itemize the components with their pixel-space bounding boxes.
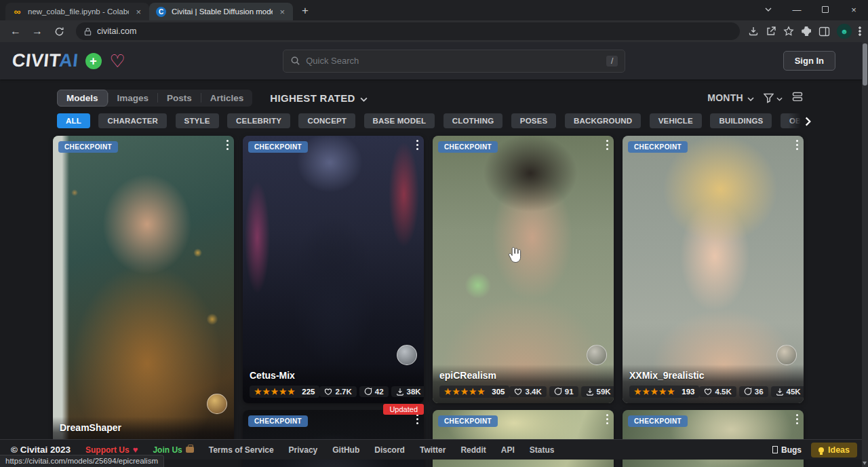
category-pill-character[interactable]: CHARACTER	[98, 113, 167, 128]
extensions-puzzle-icon[interactable]	[801, 26, 812, 37]
layout-toggle-button[interactable]	[792, 92, 803, 105]
browser-tab-colab[interactable]: ∞ new_colab_file.ipynb - Colaborat ×	[5, 3, 149, 20]
category-pill-all[interactable]: ALL	[57, 113, 90, 128]
bugs-button[interactable]: Bugs	[772, 445, 802, 455]
status-bar-url: https://civitai.com/models/25694/epicrea…	[0, 455, 164, 467]
tab-search-icon[interactable]	[754, 0, 783, 19]
close-window-button[interactable]: ×	[840, 0, 868, 19]
card-menu-icon[interactable]	[416, 414, 418, 424]
sign-in-button[interactable]: Sign In	[783, 51, 835, 71]
footer-link-reddit[interactable]: Reddit	[460, 445, 486, 455]
tab-articles[interactable]: Articles	[201, 90, 253, 106]
heart-icon: ♥	[133, 445, 138, 455]
card-menu-icon[interactable]	[606, 414, 608, 424]
create-plus-button[interactable]: +	[85, 53, 102, 69]
footer-link-github[interactable]: GitHub	[332, 445, 359, 455]
footer-link-privacy[interactable]: Privacy	[289, 445, 318, 455]
tab-close-icon[interactable]: ×	[134, 7, 142, 17]
footer-link-status[interactable]: Status	[530, 445, 555, 455]
address-bar[interactable]: civitai.com	[76, 22, 740, 40]
category-pill-style[interactable]: STYLE	[176, 113, 219, 128]
card-menu-icon[interactable]	[226, 140, 229, 150]
downloads-count: 38K	[407, 388, 421, 396]
restore-button[interactable]	[811, 0, 840, 19]
rating-chip: ★★★★★305	[439, 386, 509, 398]
likes-count: 4.5K	[715, 388, 731, 396]
category-pill-background[interactable]: BACKGROUND	[565, 113, 641, 128]
download-icon[interactable]	[748, 26, 759, 37]
tab-models[interactable]: Models	[57, 90, 108, 107]
reload-button[interactable]	[50, 22, 68, 40]
profile-avatar[interactable]: ☻	[837, 24, 852, 39]
downloads-chip: 45K	[771, 386, 804, 397]
category-pill-celebrity[interactable]: CELEBRITY	[227, 113, 290, 128]
scrollbar-down-arrow[interactable]	[863, 462, 867, 465]
period-label: MONTH	[707, 92, 743, 103]
model-stats: ★★★★★193 4.5K 36 45K	[629, 386, 797, 398]
footer-link-twitter[interactable]: Twitter	[420, 445, 446, 455]
updated-badge: Updated	[383, 404, 424, 415]
tab-images[interactable]: Images	[108, 90, 158, 106]
scrollbar-thumb[interactable]	[863, 43, 867, 86]
heart-icon	[514, 388, 522, 396]
back-button[interactable]: ←	[7, 22, 24, 40]
quick-search[interactable]: /	[283, 50, 625, 73]
model-card-xxmix9realistic[interactable]: CHECKPOINT XXMix_9realistic ★★★★★193 4.5…	[623, 136, 804, 403]
period-select[interactable]: MONTH	[707, 92, 754, 103]
category-pill-poses[interactable]: POSES	[511, 113, 557, 128]
downloads-chip: 38K	[391, 386, 424, 397]
footer-link-support-us[interactable]: Support Us♥	[85, 445, 138, 455]
likes-chip: 2.7K	[319, 386, 356, 397]
creator-avatar[interactable]	[207, 394, 227, 414]
screen: ∞ new_colab_file.ipynb - Colaborat × C C…	[0, 0, 868, 467]
filter-funnel-button[interactable]	[764, 92, 783, 104]
civitai-logo[interactable]: CIVITAI	[11, 50, 79, 71]
model-card-cetus-mix[interactable]: CHECKPOINT Cetus-Mix ★★★★★225 2.7K 42 38…	[243, 136, 424, 403]
ideas-button[interactable]: Ideas	[811, 443, 857, 457]
tab-posts[interactable]: Posts	[158, 90, 201, 106]
creator-avatar[interactable]	[587, 345, 607, 365]
model-card-epicrealism[interactable]: CHECKPOINT epiCRealism ★★★★★305 3.4K 91 …	[433, 136, 614, 403]
model-card-dreamshaper[interactable]: CHECKPOINT DreamShaper	[53, 136, 234, 452]
minimize-button[interactable]: —	[783, 0, 811, 19]
bookmark-star-icon[interactable]	[783, 26, 794, 37]
url-text: civitai.com	[97, 26, 136, 36]
footer-link-api[interactable]: API	[501, 445, 515, 455]
menu-dots-icon[interactable]	[859, 26, 861, 37]
search-input[interactable]	[306, 56, 601, 66]
comments-count: 36	[755, 388, 764, 396]
category-pill-base-model[interactable]: BASE MODEL	[364, 113, 435, 128]
creator-avatar[interactable]	[776, 345, 797, 365]
footer-link-join-us[interactable]: Join Us	[153, 445, 193, 455]
search-shortcut-key: /	[606, 56, 618, 67]
briefcase-icon	[186, 447, 194, 453]
category-pill-clothing[interactable]: CLOTHING	[443, 113, 503, 128]
model-title: XXMix_9realistic	[629, 370, 797, 381]
share-icon[interactable]	[766, 26, 776, 37]
browser-tab-civitai[interactable]: C Civitai | Stable Diffusion models, ×	[149, 3, 293, 20]
side-panel-icon[interactable]	[818, 26, 830, 37]
new-tab-button[interactable]: +	[297, 3, 313, 19]
category-pill-concept[interactable]: CONCEPT	[298, 113, 355, 128]
heart-icon	[324, 388, 332, 396]
footer-link-discord[interactable]: Discord	[374, 445, 405, 455]
forward-button[interactable]: →	[28, 22, 46, 40]
sort-select[interactable]: HIGHEST RATED	[270, 92, 367, 104]
card-menu-icon[interactable]	[796, 140, 798, 150]
model-title: epiCRealism	[439, 370, 607, 381]
civitai-site: CIVITAI + ♡ / Sign In Models Images Post…	[0, 42, 868, 467]
category-pill-buildings[interactable]: BUILDINGS	[710, 113, 772, 128]
favorites-heart-icon[interactable]: ♡	[110, 52, 125, 70]
tab-title: Civitai | Stable Diffusion models,	[172, 7, 273, 16]
page-scrollbar[interactable]	[862, 42, 868, 467]
stat-chips: 3.4K 91 59K	[509, 386, 614, 397]
category-pill-vehicle[interactable]: VEHICLE	[650, 113, 702, 128]
footer-link-terms[interactable]: Terms of Service	[209, 445, 274, 455]
chevron-down-icon	[360, 92, 368, 104]
scroll-right-chevron[interactable]	[788, 113, 811, 130]
card-menu-icon[interactable]	[606, 140, 608, 150]
card-menu-icon[interactable]	[416, 140, 418, 150]
creator-avatar[interactable]	[397, 345, 417, 365]
card-menu-icon[interactable]	[796, 414, 798, 424]
tab-close-icon[interactable]: ×	[278, 7, 286, 17]
